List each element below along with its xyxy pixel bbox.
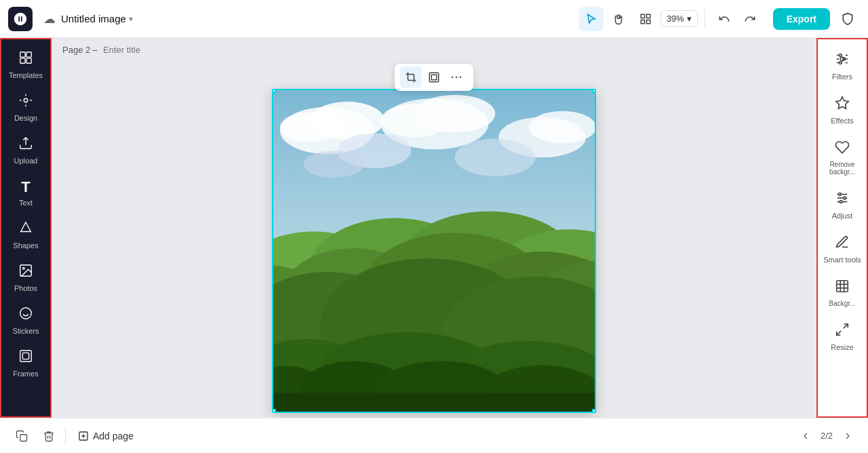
bottom-bar: Add page 2/2 bbox=[0, 418, 868, 453]
svg-point-28 bbox=[304, 151, 364, 178]
background-label: Backgr... bbox=[829, 300, 856, 307]
filters-label: Filters bbox=[832, 73, 852, 81]
sidebar-item-frames[interactable]: Frames bbox=[3, 343, 49, 383]
templates-label: Templates bbox=[9, 71, 43, 79]
frames-label: Frames bbox=[13, 370, 38, 378]
svg-rect-15 bbox=[429, 73, 439, 82]
adjust-icon bbox=[835, 191, 850, 209]
svg-rect-58 bbox=[837, 281, 848, 292]
corner-handle-bl[interactable] bbox=[272, 409, 276, 413]
design-icon bbox=[18, 93, 33, 111]
right-tool-adjust[interactable]: Adjust bbox=[819, 184, 865, 226]
resize-label: Resize bbox=[831, 343, 854, 351]
shapes-icon bbox=[18, 220, 33, 239]
stickers-icon bbox=[18, 306, 33, 324]
text-icon: T bbox=[21, 178, 30, 196]
svg-rect-1 bbox=[646, 14, 650, 18]
export-button[interactable]: Export bbox=[773, 8, 830, 30]
redo-button[interactable] bbox=[738, 7, 762, 31]
svg-rect-5 bbox=[26, 52, 31, 57]
svg-point-27 bbox=[455, 138, 536, 176]
svg-line-64 bbox=[837, 331, 841, 335]
delete-page-button[interactable] bbox=[38, 425, 60, 447]
add-page-button[interactable]: Add page bbox=[71, 427, 140, 446]
right-sidebar: Filters Effects Remove backgr... Adjust … bbox=[816, 38, 868, 418]
canvas-image[interactable] bbox=[272, 89, 596, 413]
svg-rect-0 bbox=[641, 14, 644, 18]
upload-icon bbox=[18, 136, 33, 154]
hand-tool-button[interactable] bbox=[606, 7, 631, 31]
right-tool-filters[interactable]: Filters bbox=[819, 45, 865, 87]
prev-page-button[interactable] bbox=[796, 427, 815, 446]
right-tool-smart-tools[interactable]: Smart tools bbox=[819, 228, 865, 271]
svg-rect-7 bbox=[26, 58, 31, 63]
svg-rect-65 bbox=[20, 434, 27, 441]
remove-bg-icon bbox=[835, 140, 850, 158]
page-label: Page 2 – bbox=[62, 45, 98, 55]
copy-page-button[interactable] bbox=[11, 425, 33, 447]
undo-button[interactable] bbox=[712, 7, 736, 31]
right-tool-resize[interactable]: Resize bbox=[819, 315, 865, 358]
upload-label: Upload bbox=[14, 157, 38, 165]
landscape-svg bbox=[273, 90, 595, 412]
svg-point-57 bbox=[840, 201, 842, 203]
svg-rect-13 bbox=[20, 351, 32, 362]
shield-button[interactable] bbox=[835, 7, 860, 31]
bottom-divider bbox=[65, 428, 66, 444]
right-tool-remove-bg[interactable]: Remove backgr... bbox=[819, 133, 865, 182]
zoom-control[interactable]: 39% ▾ bbox=[660, 10, 698, 27]
svg-rect-3 bbox=[646, 20, 650, 23]
frame-tool-button[interactable] bbox=[423, 66, 445, 88]
sidebar-item-text[interactable]: T Text bbox=[3, 173, 49, 212]
remove-bg-label: Remove backgr... bbox=[822, 161, 863, 176]
document-title[interactable]: Untitled image ▾ bbox=[61, 13, 133, 24]
select-tool-button[interactable] bbox=[579, 7, 604, 31]
page-title-input[interactable] bbox=[103, 45, 217, 55]
stickers-label: Stickers bbox=[12, 327, 39, 335]
cloud-icon: ☁ bbox=[43, 12, 56, 26]
svg-point-25 bbox=[529, 111, 595, 144]
sidebar-item-templates[interactable]: Templates bbox=[3, 45, 49, 85]
effects-label: Effects bbox=[831, 117, 853, 125]
crop-tool-button[interactable] bbox=[400, 66, 422, 88]
corner-handle-tl[interactable] bbox=[272, 89, 276, 93]
sidebar-item-photos[interactable]: Photos bbox=[3, 258, 49, 298]
canvas-toolbar: ··· bbox=[395, 64, 473, 91]
svg-rect-4 bbox=[20, 52, 25, 57]
shapes-label: Shapes bbox=[13, 241, 38, 250]
zoom-value: 39% bbox=[667, 14, 684, 24]
photos-icon bbox=[18, 263, 33, 281]
svg-marker-9 bbox=[21, 222, 31, 232]
right-tool-effects[interactable]: Effects bbox=[819, 89, 865, 132]
adjust-label: Adjust bbox=[832, 212, 853, 220]
svg-point-20 bbox=[280, 113, 340, 142]
canvas-content[interactable] bbox=[52, 55, 816, 418]
next-page-button[interactable] bbox=[838, 427, 857, 446]
svg-rect-6 bbox=[20, 58, 25, 63]
sidebar-item-stickers[interactable]: Stickers bbox=[3, 300, 49, 340]
svg-point-23 bbox=[381, 104, 448, 138]
corner-handle-br[interactable] bbox=[592, 409, 596, 413]
right-tool-background[interactable]: Backgr... bbox=[819, 272, 865, 314]
svg-point-55 bbox=[839, 193, 842, 196]
background-icon bbox=[835, 279, 850, 297]
corner-handle-tr[interactable] bbox=[592, 89, 596, 93]
svg-rect-2 bbox=[641, 20, 644, 23]
topbar: ☁ Untitled image ▾ 39% ▾ Export bbox=[0, 0, 868, 38]
svg-marker-51 bbox=[836, 97, 848, 109]
more-options-button[interactable]: ··· bbox=[446, 66, 468, 88]
layout-tool-button[interactable] bbox=[633, 7, 658, 31]
svg-rect-14 bbox=[22, 353, 28, 359]
sidebar-item-design[interactable]: Design bbox=[3, 87, 49, 127]
page-header: Page 2 – bbox=[52, 38, 816, 55]
svg-point-8 bbox=[24, 98, 28, 102]
sidebar-item-shapes[interactable]: Shapes bbox=[3, 215, 49, 255]
zoom-chevron-icon: ▾ bbox=[687, 14, 692, 24]
canvas-area: Page 2 – ··· bbox=[52, 38, 816, 418]
svg-rect-16 bbox=[431, 75, 437, 80]
photos-label: Photos bbox=[14, 284, 37, 292]
sidebar-item-upload[interactable]: Upload bbox=[3, 130, 49, 170]
title-chevron-icon: ▾ bbox=[129, 14, 133, 24]
page-indicator: 2/2 bbox=[821, 431, 833, 441]
svg-rect-49 bbox=[273, 393, 595, 412]
